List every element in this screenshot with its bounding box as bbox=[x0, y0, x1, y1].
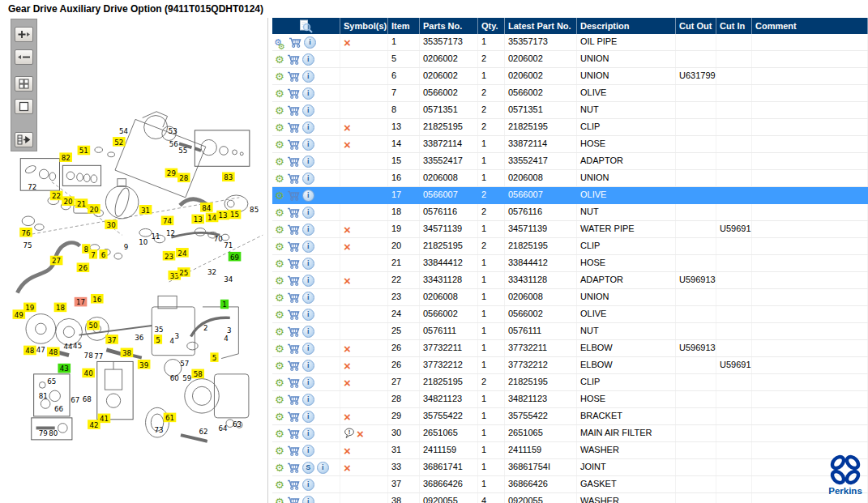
diagram-label-74[interactable]: 74 bbox=[161, 216, 174, 226]
gear-icon[interactable]: ⚙ bbox=[275, 309, 284, 320]
cart-icon[interactable] bbox=[287, 394, 300, 405]
diagram-label-71[interactable]: 71 bbox=[224, 241, 233, 249]
diagram-label-3[interactable]: 3 bbox=[227, 326, 232, 335]
zoom-in-button[interactable] bbox=[15, 27, 33, 42]
table-row[interactable]: ⚙i8057135120571351NUT bbox=[272, 102, 868, 119]
diagram-label-55[interactable]: 55 bbox=[178, 147, 187, 155]
info-icon[interactable]: i bbox=[302, 394, 314, 406]
diagram-label-60[interactable]: 60 bbox=[170, 374, 179, 382]
gear-icon[interactable]: ⚙ bbox=[275, 190, 284, 201]
diagram-label-20[interactable]: 20 bbox=[88, 204, 100, 214]
diagram-label-59[interactable]: 59 bbox=[182, 374, 191, 382]
table-row[interactable]: ⚙i×2637732211137732211ELBOWU5969130 bbox=[272, 340, 868, 357]
diagram-label-45[interactable]: 45 bbox=[73, 342, 82, 350]
gear-icon[interactable]: ⚙ bbox=[275, 54, 284, 65]
info-icon[interactable]: i bbox=[302, 53, 314, 66]
diagram-label-62[interactable]: 62 bbox=[199, 428, 207, 436]
table-row[interactable]: ⚙i16020600810206008UNION bbox=[272, 170, 868, 187]
diagram-label-29[interactable]: 29 bbox=[165, 168, 178, 178]
diagram-label-48[interactable]: 48 bbox=[47, 347, 60, 357]
table-row[interactable]: ⚙i×2721825195221825195CLIP bbox=[272, 374, 868, 391]
s-icon[interactable]: S bbox=[302, 462, 314, 474]
panel-toggle-button[interactable] bbox=[15, 132, 33, 147]
gear-icon[interactable]: ⚙ bbox=[275, 122, 284, 133]
diagram-label-51[interactable]: 51 bbox=[78, 146, 91, 156]
diagram-label-20[interactable]: 20 bbox=[62, 196, 75, 206]
gear-icon[interactable]: ⚙ bbox=[275, 343, 284, 354]
table-row[interactable]: ⚙i6020600210206002UNIONU631799H bbox=[272, 68, 868, 85]
table-row[interactable]: ⚙i24056600210566002OLIVE bbox=[272, 306, 868, 323]
zoom-rect-button[interactable] bbox=[15, 99, 33, 114]
table-row[interactable]: ⚙i!×30265106512651065MAIN AIR FILTER bbox=[272, 425, 868, 442]
diagram-label-32[interactable]: 32 bbox=[207, 268, 216, 276]
info-icon[interactable]: i bbox=[302, 428, 314, 440]
gear-icon[interactable]: ⚙ bbox=[275, 105, 284, 116]
table-row[interactable]: ⚙i23020600810206008UNION bbox=[272, 289, 868, 306]
diagram-label-61[interactable]: 61 bbox=[164, 413, 177, 423]
diagram-label-53[interactable]: 53 bbox=[169, 127, 177, 135]
gear-icon[interactable]: ⚙ bbox=[275, 497, 284, 503]
diagram-label-5[interactable]: 5 bbox=[154, 335, 162, 344]
gear-icon[interactable]: ⚙ bbox=[275, 411, 284, 422]
cart-icon[interactable] bbox=[287, 258, 300, 269]
table-row-selected[interactable]: ⚙i17056600720566007OLIVE bbox=[272, 187, 868, 204]
diagram-label-4[interactable]: 4 bbox=[170, 337, 175, 345]
table-row[interactable]: ⚙i×2021825195221825195CLIP bbox=[272, 238, 868, 255]
diagram-label-27[interactable]: 27 bbox=[50, 256, 63, 266]
gear-icon[interactable]: ⚙ bbox=[275, 394, 284, 405]
table-row[interactable]: ⚙i×2637732212137732212ELBOWU59691 bbox=[272, 357, 868, 374]
diagram-label-17[interactable]: 17 bbox=[75, 297, 88, 307]
gear-icon[interactable]: ⚙ bbox=[275, 88, 284, 99]
cart-icon[interactable] bbox=[287, 326, 300, 337]
cart-icon[interactable] bbox=[287, 360, 300, 371]
diagram-label-43[interactable]: 43 bbox=[58, 364, 71, 373]
diagram-label-69[interactable]: 69 bbox=[229, 252, 242, 262]
gear-icon[interactable]: ⚙ bbox=[275, 71, 284, 82]
diagram-label-52[interactable]: 52 bbox=[113, 137, 126, 147]
info-icon[interactable]: i bbox=[302, 292, 314, 304]
table-row[interactable]: ⚙i3736866426136866426GASKET bbox=[272, 476, 868, 493]
diagram-label-11[interactable]: 11 bbox=[152, 232, 160, 241]
cart-icon[interactable] bbox=[287, 207, 300, 218]
diagram-label-73[interactable]: 73 bbox=[154, 426, 163, 434]
diagram-label-76[interactable]: 76 bbox=[19, 228, 32, 237]
gear-icon[interactable]: ⚙ bbox=[275, 326, 284, 337]
gear-icon[interactable]: ⚙ bbox=[275, 275, 284, 286]
diagram-label-34[interactable]: 34 bbox=[224, 276, 233, 284]
diagram-label-80[interactable]: 80 bbox=[49, 429, 58, 437]
info-icon[interactable]: i bbox=[302, 258, 314, 270]
diagram-label-31[interactable]: 31 bbox=[139, 205, 152, 215]
gear-icon[interactable]: ⚙ bbox=[275, 463, 284, 473]
diagram-label-79[interactable]: 79 bbox=[39, 429, 48, 437]
cart-icon[interactable] bbox=[287, 88, 300, 99]
diagram-label-23[interactable]: 23 bbox=[163, 251, 176, 261]
diagram-label-75[interactable]: 75 bbox=[23, 241, 32, 249]
diagram-label-35[interactable]: 35 bbox=[154, 326, 163, 334]
diagram-label-50[interactable]: 50 bbox=[87, 321, 100, 330]
diagram-label-1[interactable]: 1 bbox=[220, 300, 229, 309]
info-icon[interactable]: i bbox=[302, 275, 314, 287]
gear-icon[interactable]: ⚙ bbox=[275, 156, 284, 167]
gear-icon[interactable]: ⚙ bbox=[275, 377, 284, 388]
diagram-label-84[interactable]: 84 bbox=[200, 202, 213, 212]
diagram-label-85[interactable]: 85 bbox=[250, 206, 259, 214]
diagram-label-36[interactable]: 36 bbox=[135, 334, 143, 342]
diagram-label-81[interactable]: 81 bbox=[39, 392, 48, 400]
gear-icon[interactable]: ⚙ bbox=[275, 207, 284, 218]
cart-icon[interactable] bbox=[287, 377, 300, 388]
cart-icon[interactable] bbox=[287, 480, 300, 490]
table-row[interactable]: ⚙i×1321825195221825195CLIP bbox=[272, 119, 868, 136]
diagram-label-7[interactable]: 7 bbox=[89, 249, 97, 259]
table-row[interactable]: ⚙i×1433872114133872114HOSE bbox=[272, 136, 868, 153]
diagram-label-39[interactable]: 39 bbox=[138, 360, 151, 369]
info-icon[interactable]: i bbox=[302, 156, 314, 168]
cart-icon[interactable] bbox=[287, 190, 300, 201]
diagram-label-49[interactable]: 49 bbox=[13, 309, 26, 319]
cart-icon[interactable] bbox=[287, 241, 300, 252]
info-icon[interactable]: i bbox=[302, 326, 314, 338]
info-icon[interactable]: i bbox=[302, 360, 314, 372]
cart-icon[interactable] bbox=[287, 411, 300, 422]
diagram-label-26[interactable]: 26 bbox=[77, 262, 90, 272]
table-row[interactable]: ⚙Si×3336861741136861754IJOINT bbox=[272, 459, 868, 476]
gear-icon[interactable]: ⚙ bbox=[275, 224, 284, 235]
